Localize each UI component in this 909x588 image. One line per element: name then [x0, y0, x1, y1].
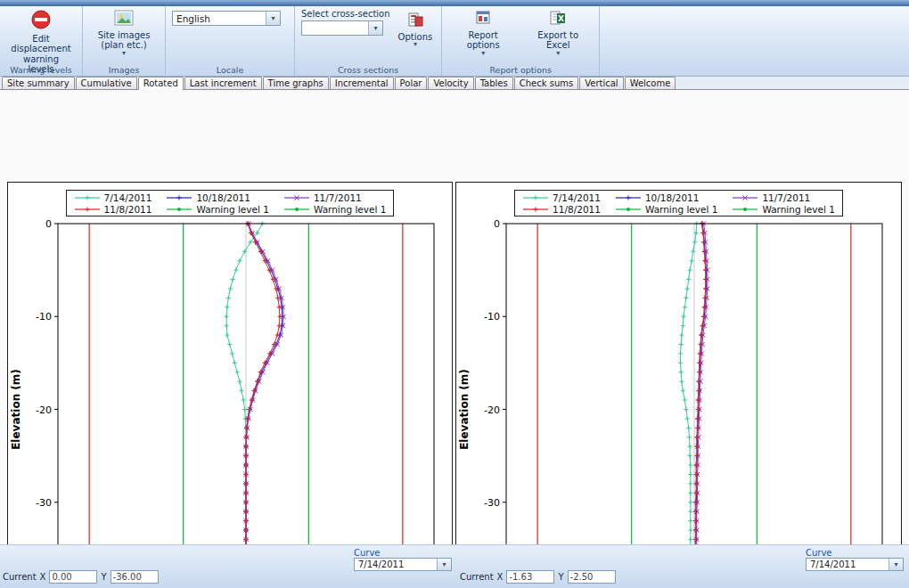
- legend-entry: 7/14/2011: [74, 192, 152, 203]
- cursor-x-input-left[interactable]: [49, 570, 97, 584]
- rotated-displacement-chart-a[interactable]: -30-20-1001020300-10-20-30-40Rotated dis…: [8, 218, 452, 588]
- legend-entry: Warning level 1: [166, 203, 269, 215]
- report-options-icon: [475, 10, 491, 29]
- chart-panel-right: 7/14/201110/18/201111/7/201111/8/2011War…: [455, 182, 902, 588]
- chevron-down-icon: ▾: [481, 51, 485, 56]
- current-label-right: Current: [460, 572, 494, 582]
- chart-svg: -30-20-1001020300-10-20-30-40Rotated dis…: [8, 218, 448, 588]
- rotated-displacement-chart-b[interactable]: -30-20-1001020300-10-20-30-40Rotated dis…: [456, 218, 901, 588]
- app-window: Edit displacement warning levels Warning…: [0, 0, 909, 588]
- excel-icon: X: [550, 10, 566, 29]
- language-select[interactable]: English ▾: [172, 11, 281, 26]
- cursor-readout-right: Current X Y: [460, 570, 616, 584]
- tab-polar[interactable]: Polar: [395, 77, 428, 89]
- svg-text:Elevation (m): Elevation (m): [458, 369, 471, 450]
- chevron-down-icon: ▾: [122, 51, 126, 56]
- window-top-edge: [0, 0, 909, 6]
- group-label-locale: Locale: [166, 65, 294, 75]
- cursor-y-input-left[interactable]: [111, 570, 159, 584]
- report-options-button[interactable]: Report options ▾: [448, 9, 518, 57]
- group-report-options: Report options ▾ X Export to Excel ▾ Rep…: [442, 6, 600, 76]
- curve-label-right: Curve: [806, 548, 832, 558]
- cursor-y-input-right[interactable]: [568, 570, 616, 584]
- chart-legend-left: 7/14/201110/18/201111/7/201111/8/2011War…: [66, 190, 395, 216]
- cursor-x-input-right[interactable]: [506, 570, 554, 584]
- legend-entry: 11/8/2011: [74, 203, 152, 215]
- svg-text:X: X: [558, 14, 564, 23]
- site-images-label: Site images (plan etc.): [92, 30, 156, 51]
- tab-site-summary[interactable]: Site summary: [2, 77, 75, 89]
- x-label-right: X: [497, 572, 504, 582]
- curve-value-right: 7/14/2011: [810, 559, 856, 569]
- svg-text:-20: -20: [36, 404, 52, 416]
- legend-entry: 10/18/2011: [615, 192, 718, 203]
- svg-text:0: 0: [45, 218, 52, 230]
- svg-text:-10: -10: [36, 311, 52, 323]
- no-entry-icon: [31, 10, 51, 32]
- tab-vertical[interactable]: Vertical: [579, 77, 623, 89]
- tab-incremental[interactable]: Incremental: [330, 77, 394, 89]
- export-excel-button[interactable]: X Export to Excel ▾: [523, 9, 593, 57]
- tab-cumulative[interactable]: Cumulative: [76, 77, 137, 89]
- legend-entry: 11/7/2011: [732, 192, 835, 203]
- legend-entry: 11/8/2011: [522, 203, 601, 215]
- svg-text:-20: -20: [484, 404, 500, 416]
- export-excel-label: Export to Excel: [526, 30, 590, 51]
- chevron-down-icon: ▾: [889, 559, 903, 570]
- chart-svg: -30-20-1001020300-10-20-30-40Rotated dis…: [456, 218, 897, 588]
- chart-panel-left: 7/14/201110/18/201111/7/201111/8/2011War…: [7, 182, 453, 588]
- curve-select-right[interactable]: 7/14/2011 ▾: [806, 558, 904, 571]
- tab-last-increment[interactable]: Last increment: [184, 77, 262, 89]
- y-label-right: Y: [558, 572, 563, 582]
- current-label-left: Current: [3, 572, 37, 582]
- tab-check-sums[interactable]: Check sums: [514, 77, 578, 89]
- legend-entry: 7/14/2011: [522, 192, 601, 203]
- svg-text:-30: -30: [36, 497, 52, 509]
- status-bar: Curve 7/14/2011 ▾ Curve 7/14/2011 ▾ Curr…: [0, 544, 909, 588]
- svg-text:-30: -30: [484, 497, 500, 509]
- group-images: Site images (plan etc.) ▾ Images: [83, 6, 166, 76]
- group-warning-levels: Edit displacement warning levels Warning…: [0, 6, 83, 76]
- legend-entry: 11/7/2011: [283, 192, 387, 203]
- cross-section-select[interactable]: ▾: [301, 20, 383, 36]
- tab-rotated[interactable]: Rotated: [138, 77, 184, 91]
- cursor-readout-left: Current X Y: [3, 570, 159, 584]
- chart-legend-right: 7/14/201110/18/201111/7/201111/8/2011War…: [514, 190, 843, 216]
- group-cross-sections: Select cross-section ▾ Options ▾ Cross s…: [295, 6, 442, 76]
- legend-entry: Warning level 1: [283, 203, 387, 215]
- svg-text:-10: -10: [484, 311, 500, 323]
- cross-section-label: Select cross-section: [301, 9, 390, 19]
- x-label-left: X: [40, 572, 46, 582]
- tab-time-graphs[interactable]: Time graphs: [263, 77, 329, 89]
- group-label-cross-sections: Cross sections: [295, 65, 441, 75]
- curve-select-left[interactable]: 7/14/2011 ▾: [354, 558, 452, 571]
- language-value: English: [176, 13, 210, 24]
- group-label-images: Images: [83, 65, 165, 75]
- tab-velocity[interactable]: Velocity: [428, 77, 473, 89]
- curve-value-left: 7/14/2011: [358, 559, 404, 569]
- legend-entry: Warning level 1: [615, 203, 718, 215]
- toolbar: Edit displacement warning levels Warning…: [0, 6, 909, 77]
- group-label-warning-levels: Warning levels: [0, 65, 82, 75]
- tab-strip: Site summaryCumulativeRotatedLast increm…: [0, 77, 909, 90]
- site-images-button[interactable]: Site images (plan etc.) ▾: [89, 9, 159, 57]
- svg-text:Elevation (m): Elevation (m): [10, 369, 22, 450]
- tab-welcome[interactable]: Welcome: [625, 77, 676, 89]
- chevron-down-icon: ▾: [266, 12, 280, 25]
- options-icon: [407, 12, 423, 30]
- chevron-down-icon: ▾: [368, 21, 382, 35]
- options-button[interactable]: Options ▾: [396, 11, 436, 48]
- group-label-report-options: Report options: [442, 65, 599, 75]
- curve-label-left: Curve: [354, 548, 381, 558]
- legend-entry: 10/18/2011: [166, 192, 269, 203]
- svg-text:0: 0: [494, 218, 500, 230]
- chart-area: 7/14/201110/18/201111/7/201111/8/2011War…: [0, 90, 909, 544]
- group-locale: English ▾ Locale: [166, 6, 295, 76]
- chevron-down-icon: ▾: [437, 559, 451, 570]
- chevron-down-icon: ▾: [556, 51, 560, 56]
- chevron-down-icon: ▾: [414, 42, 417, 47]
- legend-entry: Warning level 1: [732, 203, 835, 215]
- site-images-icon: [114, 10, 134, 29]
- report-options-label: Report options: [451, 30, 515, 51]
- tab-tables[interactable]: Tables: [475, 77, 513, 89]
